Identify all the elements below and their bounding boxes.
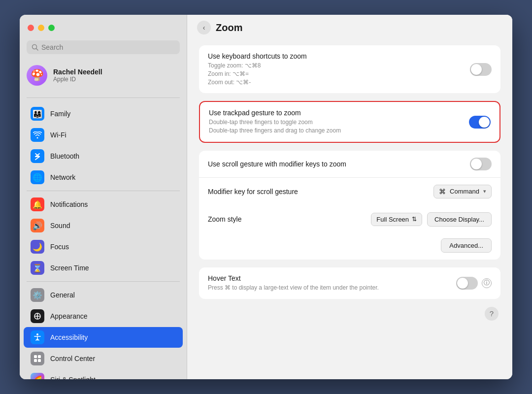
hover-text-toggle[interactable] <box>456 277 478 290</box>
sidebar-item-accessibility[interactable]: Accessibility <box>24 327 183 348</box>
trackpad-gesture-row: Use trackpad gesture to zoom Double-tap … <box>200 102 499 142</box>
sidebar-item-appearance[interactable]: Appearance <box>24 306 183 327</box>
hover-text-title: Hover Text <box>208 274 451 282</box>
user-subtitle: Apple ID <box>53 76 102 83</box>
user-info: Rachel Needell Apple ID <box>53 68 102 83</box>
minimize-button[interactable] <box>38 25 44 31</box>
bluetooth-label: Bluetooth <box>50 152 79 160</box>
divider3 <box>27 281 180 282</box>
keyboard-shortcuts-label: Use keyboard shortcuts to zoom Toggle zo… <box>208 52 470 86</box>
sound-label: Sound <box>50 222 70 230</box>
sidebar-nav: 👨‍👩‍👧 Family Wi-Fi <box>20 101 187 379</box>
sidebar-item-network[interactable]: 🌐 Network <box>24 167 183 188</box>
trackpad-gesture-title: Use trackpad gesture to zoom <box>209 109 469 117</box>
sidebar-item-controlcenter[interactable]: Control Center <box>24 348 183 369</box>
titlebar <box>20 15 187 40</box>
notifications-icon: 🔔 <box>31 197 44 211</box>
keyboard-shortcuts-title: Use keyboard shortcuts to zoom <box>208 52 470 60</box>
sidebar-item-general[interactable]: ⚙️ General <box>24 285 183 305</box>
sidebar-item-siri[interactable]: 🌈 Siri & Spotlight <box>24 369 183 379</box>
scroll-gesture-title: Use scroll gesture with modifier keys to… <box>208 160 470 168</box>
screentime-label: Screen Time <box>50 264 89 272</box>
hover-text-content: Hover Text Press ⌘ to display a large-te… <box>208 274 451 292</box>
help-button[interactable]: ? <box>485 307 499 321</box>
sidebar-item-screentime[interactable]: ⌛ Screen Time <box>24 258 183 278</box>
appearance-label: Appearance <box>50 312 88 320</box>
wifi-label: Wi-Fi <box>50 131 66 139</box>
sidebar-item-family[interactable]: 👨‍👩‍👧 Family <box>24 103 183 124</box>
trackpad-gesture-toggle[interactable] <box>469 116 491 129</box>
search-input[interactable] <box>41 43 175 51</box>
screentime-icon: ⌛ <box>31 261 44 275</box>
notifications-label: Notifications <box>50 200 88 208</box>
zoom-style-value: Full Screen <box>376 216 409 223</box>
sidebar-item-sound[interactable]: 🔊 Sound <box>24 215 183 236</box>
controlcenter-icon <box>31 352 44 365</box>
chevron-down-icon: ▾ <box>483 188 486 195</box>
back-button[interactable]: ‹ <box>197 21 211 34</box>
svg-point-3 <box>36 333 38 335</box>
family-icon: 👨‍👩‍👧 <box>31 107 44 121</box>
sidebar-item-focus[interactable]: 🌙 Focus <box>24 236 183 257</box>
scroll-gesture-row: Use scroll gesture with modifier keys to… <box>199 151 500 177</box>
svg-line-1 <box>36 49 38 51</box>
user-profile[interactable]: 🍄 Rachel Needell Apple ID <box>20 60 187 91</box>
svg-rect-4 <box>34 355 37 358</box>
maximize-button[interactable] <box>48 25 55 31</box>
trackpad-gesture-card: Use trackpad gesture to zoom Double-tap … <box>199 101 500 143</box>
divider2 <box>27 191 180 191</box>
family-label: Family <box>50 110 70 118</box>
sidebar-item-wifi[interactable]: Wi-Fi <box>24 125 183 145</box>
hover-text-card: Hover Text Press ⌘ to display a large-te… <box>199 267 500 299</box>
general-label: General <box>50 291 75 299</box>
choose-display-button[interactable]: Choose Display... <box>427 212 492 227</box>
advanced-row: Advanced... <box>199 233 500 260</box>
toggle-knob-trackpad <box>479 117 490 128</box>
trackpad-gesture-sub: Double-tap three fingers to toggle zoom … <box>209 118 469 135</box>
keyboard-shortcut-sub1: Toggle zoom: ⌥⌘8 Zoom in: ⌥⌘= Zoom out: … <box>208 62 470 86</box>
search-bar[interactable] <box>27 40 180 54</box>
scroll-gesture-label: Use scroll gesture with modifier keys to… <box>208 160 470 168</box>
accessibility-icon <box>31 330 44 344</box>
hover-text-subtitle: Press ⌘ to display a large-text view of … <box>208 284 451 292</box>
sidebar-item-bluetooth[interactable]: Bluetooth <box>24 146 183 166</box>
keyboard-shortcuts-toggle[interactable] <box>470 63 492 76</box>
modifier-key-row: Modifier key for scroll gesture ⌘ Comman… <box>199 177 500 205</box>
toggle-knob-scroll <box>471 159 482 169</box>
divider <box>27 98 180 98</box>
user-name: Rachel Needell <box>53 68 102 76</box>
main-content: ‹ Zoom Use keyboard shortcuts to zoom To… <box>187 15 512 379</box>
svg-rect-5 <box>38 355 41 358</box>
dropdown-label-text: Command <box>450 188 479 195</box>
close-button[interactable] <box>28 25 34 31</box>
focus-label: Focus <box>50 243 69 251</box>
zoom-style-controls: Full Screen ⇅ Choose Display... <box>371 212 492 227</box>
scroll-gesture-card: Use scroll gesture with modifier keys to… <box>199 151 500 260</box>
modifier-key-label: Modifier key for scroll gesture <box>208 188 298 196</box>
sidebar: 🍄 Rachel Needell Apple ID 👨‍👩‍👧 Family <box>20 15 187 379</box>
zoom-style-label: Zoom style <box>208 215 371 223</box>
focus-icon: 🌙 <box>31 240 44 254</box>
advanced-button[interactable]: Advanced... <box>441 238 492 253</box>
help-section: ? <box>199 307 500 324</box>
toggle-knob <box>471 64 482 75</box>
page-title: Zoom <box>216 22 242 33</box>
svg-rect-6 <box>34 359 37 362</box>
sidebar-item-notifications[interactable]: 🔔 Notifications <box>24 194 183 215</box>
trackpad-gesture-label: Use trackpad gesture to zoom Double-tap … <box>209 109 469 135</box>
info-button[interactable]: ⓘ <box>482 278 492 288</box>
general-icon: ⚙️ <box>31 288 44 302</box>
keyboard-shortcuts-card: Use keyboard shortcuts to zoom Toggle zo… <box>199 45 500 93</box>
network-label: Network <box>50 173 75 181</box>
svg-rect-7 <box>38 359 41 362</box>
bluetooth-icon <box>31 149 44 163</box>
system-preferences-window: 🍄 Rachel Needell Apple ID 👨‍👩‍👧 Family <box>20 15 512 379</box>
search-icon <box>32 44 38 51</box>
zoom-style-stepper[interactable]: Full Screen ⇅ <box>371 213 422 226</box>
scroll-gesture-toggle[interactable] <box>470 158 492 170</box>
modifier-key-dropdown[interactable]: ⌘ Command ▾ <box>433 185 492 198</box>
avatar: 🍄 <box>27 65 47 86</box>
appearance-icon <box>31 309 44 323</box>
keyboard-shortcuts-row: Use keyboard shortcuts to zoom Toggle zo… <box>199 45 500 93</box>
siri-label: Siri & Spotlight <box>50 376 96 379</box>
